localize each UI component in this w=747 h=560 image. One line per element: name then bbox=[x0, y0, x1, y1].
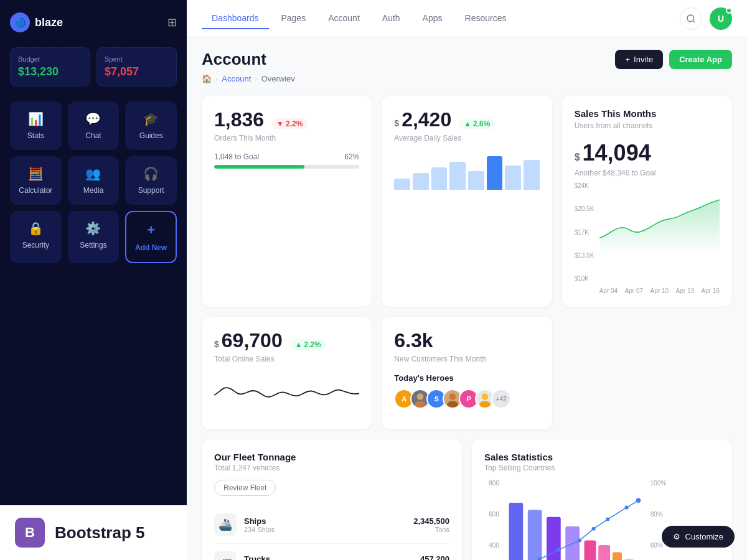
bootstrap-label: Bootstrap 5 bbox=[55, 523, 144, 543]
sidebar-header: 🔵 blaze ⊞ bbox=[10, 12, 177, 32]
daily-sales-number: 2,420 bbox=[402, 108, 451, 131]
bar-6 bbox=[487, 156, 503, 190]
sidebar-item-label-security: Security bbox=[22, 241, 49, 250]
fleet-title: Our Fleet Tonnage bbox=[214, 452, 449, 462]
bar-7 bbox=[505, 166, 521, 190]
daily-badge-arrow: ▲ bbox=[464, 119, 471, 128]
orders-label: Orders This Month bbox=[214, 134, 359, 142]
sales-month-card: Sales This Months Users from all channel… bbox=[562, 96, 732, 307]
logo-icon: 🔵 bbox=[10, 12, 30, 32]
stats-icon: 📊 bbox=[28, 111, 44, 126]
ships-count: 234 Ships bbox=[244, 526, 275, 533]
bootstrap-icon: B bbox=[15, 518, 45, 548]
svg-point-22 bbox=[636, 498, 641, 503]
menu-icon[interactable]: ⊞ bbox=[167, 16, 177, 29]
avatar[interactable]: U bbox=[710, 7, 732, 30]
fleet-card: Our Fleet Tonnage Total 1,247 vehicles R… bbox=[202, 439, 462, 560]
new-customers-card: 6.3k New Customers This Month Today's He… bbox=[382, 317, 552, 429]
sidebar-item-security[interactable]: 🔒 Security bbox=[10, 211, 62, 263]
calculator-icon: 🧮 bbox=[28, 166, 44, 181]
pct-labels: 100% 80% 60% 40% bbox=[646, 480, 670, 560]
trucks-icon: 🚛 bbox=[214, 551, 237, 560]
topnav-actions: U bbox=[680, 7, 732, 30]
fleet-sub: Total 1,247 vehicles bbox=[214, 464, 449, 472]
online-sales-card: $ 69,700 ▲ 2.2% Total Online Sales bbox=[202, 317, 372, 429]
sidebar-item-settings[interactable]: ⚙️ Settings bbox=[68, 211, 120, 263]
avatar-initials: U bbox=[718, 14, 724, 24]
add-new-icon: + bbox=[147, 222, 155, 238]
invite-button[interactable]: + Invite bbox=[615, 50, 663, 69]
breadcrumb: 🏠 › Account › Overwiev bbox=[202, 74, 732, 83]
sales-big-number: 14,094 bbox=[583, 140, 651, 166]
create-app-button[interactable]: Create App bbox=[669, 50, 732, 69]
tab-apps[interactable]: Apps bbox=[413, 8, 453, 29]
spent-card: Spent $7,057 bbox=[96, 47, 177, 86]
orders-badge: ▼ 2.2% bbox=[271, 118, 308, 129]
chat-icon: 💬 bbox=[85, 111, 101, 126]
bar-8 bbox=[524, 160, 540, 190]
sidebar-item-label-stats: Stats bbox=[27, 131, 44, 140]
chart-y-labels: $24K $20.5K $17K $13.5K $10K bbox=[575, 182, 594, 282]
orders-card: 1,836 ▼ 2.2% Orders This Month 1,048 to … bbox=[202, 96, 372, 307]
breadcrumb-account[interactable]: Account bbox=[222, 74, 251, 83]
customize-button[interactable]: ⚙ Customize bbox=[662, 526, 735, 548]
sales-stats-title: Sales Statistics bbox=[484, 452, 720, 462]
sidebar-item-support[interactable]: 🎧 Support bbox=[125, 156, 177, 205]
y-axis-labels: 800 600 400 200 bbox=[484, 480, 504, 560]
logo-text: blaze bbox=[35, 16, 63, 29]
daily-sales-badge: ▲ 2.6% bbox=[459, 118, 495, 129]
fleet-section: Our Fleet Tonnage Total 1,247 vehicles R… bbox=[202, 439, 732, 560]
trucks-name: Trucks bbox=[244, 554, 283, 561]
security-icon: 🔒 bbox=[28, 221, 44, 236]
bar-1 bbox=[394, 179, 410, 190]
sidebar-item-chat[interactable]: 💬 Chat bbox=[68, 101, 120, 150]
tab-dashboards[interactable]: Dashboards bbox=[202, 8, 269, 29]
guides-icon: 🎓 bbox=[143, 111, 159, 126]
tab-resources[interactable]: Resources bbox=[455, 8, 517, 29]
sidebar-item-label-calculator: Calculator bbox=[19, 186, 52, 195]
sidebar-item-label-chat: Chat bbox=[85, 131, 101, 140]
svg-point-3 bbox=[449, 393, 456, 400]
sidebar-item-label-add-new: Add New bbox=[135, 243, 167, 252]
sidebar-item-label-support: Support bbox=[138, 186, 164, 195]
online-dot bbox=[726, 7, 732, 14]
bar-4 bbox=[449, 162, 466, 190]
trucks-value: 457,200 bbox=[420, 554, 449, 561]
tab-account[interactable]: Account bbox=[318, 8, 370, 29]
page-content: Account + Invite Create App 🏠 › Account … bbox=[187, 37, 747, 560]
sidebar-item-add-new[interactable]: + Add New bbox=[125, 211, 177, 263]
hero-count: +42 bbox=[491, 389, 511, 409]
orders-number: 1,836 bbox=[214, 108, 264, 131]
heroes-label: Today's Heroes bbox=[394, 373, 539, 383]
search-button[interactable] bbox=[680, 7, 702, 30]
breadcrumb-home[interactable]: 🏠 bbox=[202, 74, 212, 83]
review-fleet-button[interactable]: Review Fleet bbox=[214, 480, 276, 496]
tab-auth[interactable]: Auth bbox=[372, 8, 410, 29]
ships-name: Ships bbox=[244, 516, 275, 526]
page-title: Account bbox=[202, 50, 266, 69]
sidebar-item-label-media: Media bbox=[83, 186, 104, 195]
ships-unit: Tons bbox=[413, 526, 449, 533]
mini-bar-chart bbox=[394, 152, 539, 190]
sales-stats-sub: Top Selling Countries bbox=[484, 464, 720, 472]
topnav-links: Dashboards Pages Account Auth Apps Resou… bbox=[202, 8, 516, 29]
daily-prefix: $ bbox=[394, 118, 399, 128]
settings-icon: ⚙️ bbox=[85, 221, 101, 236]
bar-5 bbox=[468, 171, 484, 190]
svg-point-18 bbox=[578, 539, 581, 543]
sidebar-item-calculator[interactable]: 🧮 Calculator bbox=[10, 156, 62, 205]
progress-fill bbox=[214, 165, 304, 169]
budget-card: Budget $13,230 bbox=[10, 47, 90, 86]
stats-grid-row1: 1,836 ▼ 2.2% Orders This Month 1,048 to … bbox=[202, 96, 732, 307]
sidebar-item-guides[interactable]: 🎓 Guides bbox=[125, 101, 177, 150]
sidebar-item-stats[interactable]: 📊 Stats bbox=[10, 101, 62, 150]
media-icon: 👥 bbox=[85, 166, 101, 181]
chart-svg bbox=[599, 182, 720, 269]
sidebar-item-label-settings: Settings bbox=[80, 241, 106, 250]
svg-point-4 bbox=[448, 401, 459, 408]
sales-prefix: $ bbox=[575, 152, 580, 163]
budget-label: Budget bbox=[18, 55, 82, 63]
page-actions: + Invite Create App bbox=[615, 50, 732, 69]
sidebar-item-media[interactable]: 👥 Media bbox=[68, 156, 120, 205]
tab-pages[interactable]: Pages bbox=[271, 8, 316, 29]
